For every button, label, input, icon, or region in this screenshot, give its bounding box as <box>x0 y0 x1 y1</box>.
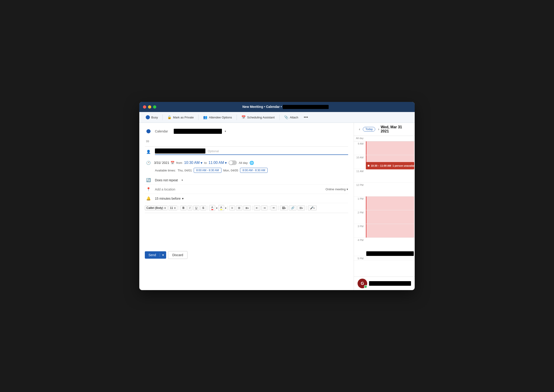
slot-content-1pm <box>365 196 415 210</box>
font-color-chevron-icon[interactable]: ▾ <box>216 207 217 209</box>
mark-private-label: Mark as Private <box>173 116 194 119</box>
bullet-list-button[interactable]: ≡ <box>229 205 235 210</box>
strikethrough-button[interactable]: S <box>200 205 206 210</box>
slot-content-5pm <box>365 256 415 260</box>
slot2-day: Mon, 04/05 <box>223 169 238 172</box>
location-input[interactable] <box>155 188 323 191</box>
time-label-9am: 9 AM <box>354 141 365 155</box>
avatar-label: G <box>361 281 364 286</box>
attendee-options-button[interactable]: 👥 Attendee Options <box>200 114 235 121</box>
bottom-redacted-area <box>365 250 415 256</box>
start-time-chevron: ▾ <box>201 161 203 165</box>
indent-increase-button[interactable]: ⇥ <box>261 205 268 210</box>
attendee-options-label: Attendee Options <box>209 116 232 119</box>
mark-private-button[interactable]: 🔒 Mark as Private <box>165 114 196 121</box>
calendar-icon: 📅 <box>241 115 246 119</box>
attendee-optional-hint: Optional <box>208 149 219 153</box>
bold-button[interactable]: B <box>180 205 187 210</box>
dictate-button[interactable]: 🎤▾ <box>308 205 317 210</box>
main-content: Calendar ▾ 99 New Meetting 👤 Optional <box>139 123 415 290</box>
prev-day-button[interactable]: ‹ <box>358 127 361 132</box>
format-styles-button[interactable]: ✏ <box>271 205 277 210</box>
maximize-button[interactable] <box>153 105 156 109</box>
meeting-title-input[interactable]: New Meetting <box>153 138 348 145</box>
slot-content-3pm <box>365 224 415 238</box>
scheduling-assistant-button[interactable]: 📅 Scheduling Assistant <box>239 114 277 121</box>
fmt-sep-1 <box>179 206 179 210</box>
traffic-lights <box>143 105 156 109</box>
busy-dot <box>146 115 150 119</box>
slot-content-12pm <box>365 183 415 196</box>
font-size-arrows-icon: ⇕ <box>174 207 176 209</box>
start-time-dropdown[interactable]: 10:30 AM ▾ <box>184 161 203 165</box>
calendar-nav: ‹ Today › <box>358 127 381 132</box>
send-button[interactable]: Send ▾ <box>145 251 166 259</box>
available-label: Available times: <box>155 169 176 172</box>
next-day-button[interactable]: › <box>377 127 380 132</box>
calendar-picker-icon[interactable]: 📅 <box>170 161 175 165</box>
separator-4 <box>279 114 280 120</box>
busy-label: Busy <box>151 116 158 119</box>
numbered-list-button[interactable]: ⊞ <box>236 205 242 210</box>
window-title: New Meetting • Calendar • <box>160 105 411 109</box>
availability-badge: ✓ <box>364 285 367 288</box>
repeat-row: 🔄 Does not repeat ▾ <box>145 175 348 185</box>
footer-buttons: Send ▾ Discard <box>145 248 348 262</box>
font-color-button[interactable]: A <box>209 205 215 211</box>
slot1-time-btn[interactable]: 8:00 AM - 8:30 AM <box>194 168 221 173</box>
calendar-panel: ‹ Today › Wed, Mar 31 2021 All day 9 AM <box>354 123 415 290</box>
more-options-button[interactable]: ••• <box>302 114 310 121</box>
fmt-sep-5 <box>269 206 269 210</box>
calendar-chevron-icon[interactable]: ▾ <box>225 130 226 133</box>
send-dropdown-chevron-icon[interactable]: ▾ <box>160 253 166 257</box>
slot2-time-btn[interactable]: 8:00 AM - 8:30 AM <box>240 168 268 173</box>
online-meeting-btn[interactable]: Online meeting ▾ <box>326 188 348 191</box>
highlight-chevron-icon[interactable]: ▾ <box>225 207 226 209</box>
date-value: 3/31/ 2021 <box>154 161 169 165</box>
timezone-icon[interactable]: 🌐 <box>249 161 254 165</box>
event-dot <box>368 165 370 167</box>
slot-content-4pm <box>365 238 415 256</box>
location-row: 📍 Online meeting ▾ <box>145 185 348 194</box>
attendee-redacted <box>155 148 205 154</box>
end-time-dropdown[interactable]: 11:00 AM ▾ <box>209 161 227 165</box>
repeat-chevron-icon[interactable]: ▾ <box>182 179 183 182</box>
today-button[interactable]: Today <box>363 127 375 132</box>
insert-table-button[interactable]: ⊞▾ <box>297 205 305 210</box>
font-family-select[interactable]: Calibri (Body) ⇕ <box>145 205 168 210</box>
attach-button[interactable]: 📎 Attach <box>281 114 301 121</box>
repeat-value: Does not repeat <box>155 178 178 182</box>
align-button[interactable]: ≣▾ <box>243 205 251 210</box>
formatting-toolbar: Calibri (Body) ⇕ 11 ⇕ B I U S A ▾ A ▾ ≡ <box>145 203 348 213</box>
date-field: 3/31/ 2021 📅 <box>154 161 175 165</box>
busy-button[interactable]: Busy <box>143 114 161 121</box>
indent-decrease-button[interactable]: ⇤ <box>254 205 260 210</box>
reminder-select[interactable]: 15 minutes before ▾ <box>155 197 184 200</box>
reminder-row: 🔔 15 minutes before ▾ <box>145 194 348 203</box>
time-label-10am: 10 AM <box>354 155 365 169</box>
slot-content-10am: 10:30 – 11:00 AM 1 person unavailable <box>365 155 415 169</box>
allday-toggle[interactable]: All day <box>229 161 248 165</box>
toggle-track <box>229 161 237 165</box>
insert-image-button[interactable]: 🖼▾ <box>280 205 288 210</box>
insert-link-button[interactable]: 🔗 <box>289 205 296 210</box>
end-time-chevron: ▾ <box>225 161 227 165</box>
available-times-row: Available times: Thu, 04/01 8:00 AM - 8:… <box>145 167 348 175</box>
italic-button[interactable]: I <box>188 205 192 210</box>
body-textarea[interactable] <box>145 213 187 247</box>
highlight-button[interactable]: A <box>218 205 224 211</box>
calendar-header: ‹ Today › Wed, Mar 31 2021 <box>354 123 415 136</box>
font-size-select[interactable]: 11 ⇕ <box>168 205 177 210</box>
minimize-button[interactable] <box>148 105 151 109</box>
avatar-area: G ✓ <box>354 277 415 290</box>
fmt-sep-4 <box>252 206 252 210</box>
underline-button[interactable]: U <box>193 205 199 210</box>
time-slot-1pm: 1 PM <box>354 196 415 210</box>
datetime-section: 🕐 3/31/ 2021 📅 from 10:30 AM ▾ to 11:00 … <box>145 157 348 175</box>
close-button[interactable] <box>143 105 146 109</box>
user-name-redacted <box>369 281 411 286</box>
datetime-row: 🕐 3/31/ 2021 📅 from 10:30 AM ▾ to 11:00 … <box>145 159 348 167</box>
attendees-field-icon: 👤 <box>145 150 152 154</box>
scheduling-assistant-label: Scheduling Assistant <box>247 116 275 119</box>
discard-button[interactable]: Discard <box>168 251 188 259</box>
